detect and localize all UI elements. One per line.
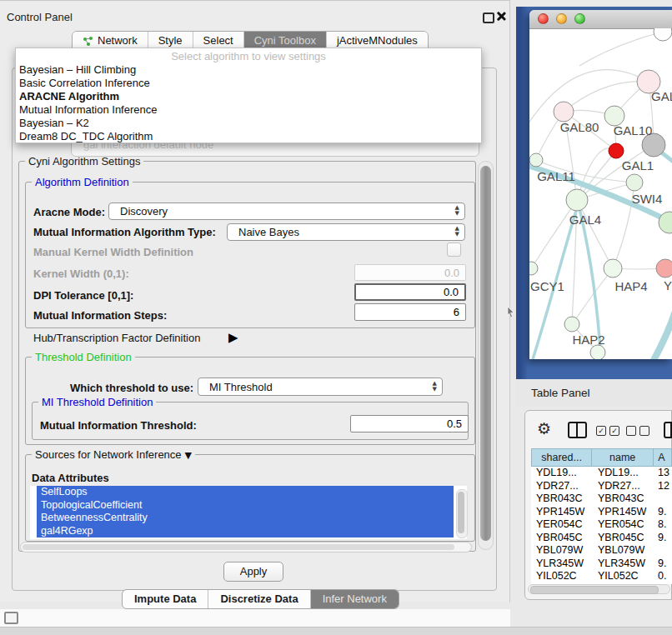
table-cell: YLR345W — [593, 558, 655, 571]
aracne-mode-label: Aracne Mode: — [33, 206, 105, 218]
deselect-all-columns-icon[interactable] — [626, 426, 649, 436]
attribute-list-item[interactable]: gal4RGexp — [37, 525, 454, 538]
table-cell: YIL052C — [593, 570, 655, 582]
close-traffic-light-icon[interactable] — [538, 13, 549, 24]
table-row[interactable]: YBR045CYBR045C9. — [531, 532, 672, 545]
network-tab-icon — [83, 36, 93, 47]
table-row[interactable]: YLR345WYLR345W9. — [531, 558, 672, 571]
column-header-shared-name[interactable]: shared... — [531, 448, 592, 467]
data-attributes-label: Data Attributes — [32, 472, 109, 484]
tab-infer-network[interactable]: Infer Network — [310, 590, 399, 608]
node-label: HAP4 — [614, 279, 647, 293]
partial-toolbar-icon[interactable] — [664, 422, 672, 438]
mi-threshold-label: Mutual Information Threshold: — [40, 419, 197, 432]
dpi-tolerance-field[interactable]: 0.0 — [354, 283, 466, 301]
table-cell: YDR27... — [531, 480, 593, 493]
algorithm-dropdown-prompt: Select algorithm to view settings — [16, 50, 481, 63]
node-gal1[interactable] — [626, 174, 643, 191]
node-label: GAL10 — [614, 123, 653, 138]
table-row[interactable]: YDL19...YDL19...13 — [531, 467, 672, 480]
node-hap4[interactable] — [604, 259, 622, 278]
float-window-icon[interactable] — [483, 12, 494, 23]
network-node-labels: GAL GAL80 GAL10 GAL1 GAL11 SWI4 GAL4 GCY… — [530, 89, 672, 347]
node-salmon[interactable] — [656, 259, 672, 278]
network-view-window: GAL GAL80 GAL10 GAL1 GAL11 SWI4 GAL4 GCY… — [529, 10, 672, 359]
node-gcy1[interactable] — [529, 262, 538, 275]
aracne-mode-combobox[interactable]: Discovery ▲▼ — [108, 202, 465, 220]
mi-type-combobox[interactable]: Naive Bayes ▲▼ — [227, 223, 465, 241]
table-row[interactable]: YBR043CYBR043C — [531, 492, 672, 506]
node-gal80[interactable] — [554, 102, 574, 122]
apply-button[interactable]: Apply — [223, 562, 283, 582]
algorithm-option[interactable]: Dream8 DC_TDC Algorithm — [16, 130, 481, 143]
node-label: GAL4 — [569, 212, 601, 227]
close-icon[interactable] — [495, 11, 506, 22]
zoom-traffic-light-icon[interactable] — [574, 13, 585, 24]
control-panel-title: Control Panel — [7, 11, 73, 23]
settings-horizontal-scrollbar[interactable] — [20, 542, 472, 552]
bottom-strip — [0, 609, 510, 627]
node-label: GAL11 — [537, 169, 575, 183]
attribute-list-item[interactable]: BetweennessCentrality — [37, 512, 454, 525]
footer-bar — [0, 627, 672, 635]
table-horizontal-scrollbar[interactable] — [528, 584, 670, 594]
threshold-definition-title: Threshold Definition — [32, 351, 135, 363]
algorithm-option[interactable]: Bayesian – Hill Climbing — [16, 63, 481, 77]
data-attributes-list[interactable]: SelfLoopsTopologicalCoefficientBetweenne… — [30, 486, 467, 539]
table-row[interactable]: YBL079WYBL079W — [531, 544, 672, 558]
attributes-list-vertical-scrollbar[interactable] — [456, 489, 468, 538]
node-hap2[interactable] — [564, 317, 579, 332]
algorithm-dropdown-popup: Select algorithm to view settings Bayesi… — [15, 48, 482, 143]
node-unlabeled[interactable] — [654, 28, 672, 41]
show-columns-icon[interactable] — [568, 422, 587, 438]
table-cell: 9. — [655, 532, 672, 545]
table-cell: 12 — [655, 480, 672, 493]
algorithm-option[interactable]: Basic Correlation Inference — [16, 77, 481, 90]
algorithm-option[interactable]: ARACNE Algorithm — [16, 90, 481, 103]
attribute-list-item[interactable]: TopologicalCoefficient — [37, 499, 454, 512]
table-cell: YDR27... — [593, 480, 655, 493]
column-header-partial[interactable]: A — [654, 448, 672, 467]
node-label: SWI4 — [632, 192, 663, 206]
network-window-titlebar[interactable] — [529, 10, 672, 29]
node-selected-red[interactable] — [609, 143, 624, 158]
table-cell: YLR345W — [531, 558, 593, 571]
mi-threshold-field[interactable]: 0.5 — [350, 415, 469, 432]
network-canvas[interactable]: GAL GAL80 GAL10 GAL1 GAL11 SWI4 GAL4 GCY… — [529, 28, 672, 359]
node-label: GAL — [651, 89, 672, 103]
manual-kernel-checkbox[interactable] — [447, 242, 461, 257]
sources-group-title[interactable]: Sources for Network Inference▼ — [32, 448, 195, 461]
table-cell — [655, 544, 672, 558]
table-row[interactable]: YIL052CYIL052C0. — [531, 570, 672, 582]
select-all-columns-icon[interactable]: ✓ ✓ — [596, 426, 619, 436]
algorithm-option[interactable]: Mutual Information Inference — [16, 103, 481, 117]
attribute-list-item[interactable]: SelfLoops — [37, 486, 454, 499]
minimize-traffic-light-icon[interactable] — [556, 13, 567, 24]
table-row[interactable]: YER054CYER054C8. — [531, 518, 672, 532]
table-cell: YBR043C — [531, 492, 593, 506]
table-cell: YER054C — [531, 518, 593, 532]
tab-impute-data[interactable]: Impute Data — [123, 590, 208, 608]
bottom-tab-bar: Impute Data Discretize Data Infer Networ… — [122, 589, 399, 609]
mi-type-value: Naive Bayes — [238, 226, 299, 238]
kernel-width-field[interactable]: 0.0 — [354, 264, 466, 281]
mi-steps-field[interactable]: 6 — [354, 303, 466, 321]
combo-stepper-icon: ▲▼ — [455, 226, 459, 238]
gear-icon[interactable]: ⚙ — [537, 420, 551, 437]
panel-dock-icon[interactable] — [4, 612, 18, 624]
dpi-tolerance-label: DPI Tolerance [0,1]: — [33, 289, 133, 302]
settings-vertical-scrollbar[interactable] — [478, 161, 494, 550]
hub-definition-label[interactable]: Hub/Transcription Factor Definition — [33, 332, 200, 344]
which-threshold-combobox[interactable]: MI Threshold ▲▼ — [198, 378, 443, 396]
column-header-name[interactable]: name — [592, 448, 654, 467]
node-unlabeled-bottom[interactable] — [590, 345, 605, 359]
node-gal4[interactable] — [566, 189, 588, 211]
table-cell: 13 — [655, 467, 672, 480]
node-gal11[interactable] — [529, 153, 543, 167]
table-row[interactable]: YPR145WYPR145W9. — [531, 506, 672, 519]
hub-expand-arrow-icon[interactable]: ▶ — [228, 330, 238, 345]
table-row[interactable]: YDR27...YDR27...12 — [531, 480, 672, 493]
algorithm-option[interactable]: Bayesian – K2 — [16, 117, 481, 130]
table-cell: 9. — [655, 506, 672, 519]
tab-discretize-data[interactable]: Discretize Data — [208, 590, 309, 608]
